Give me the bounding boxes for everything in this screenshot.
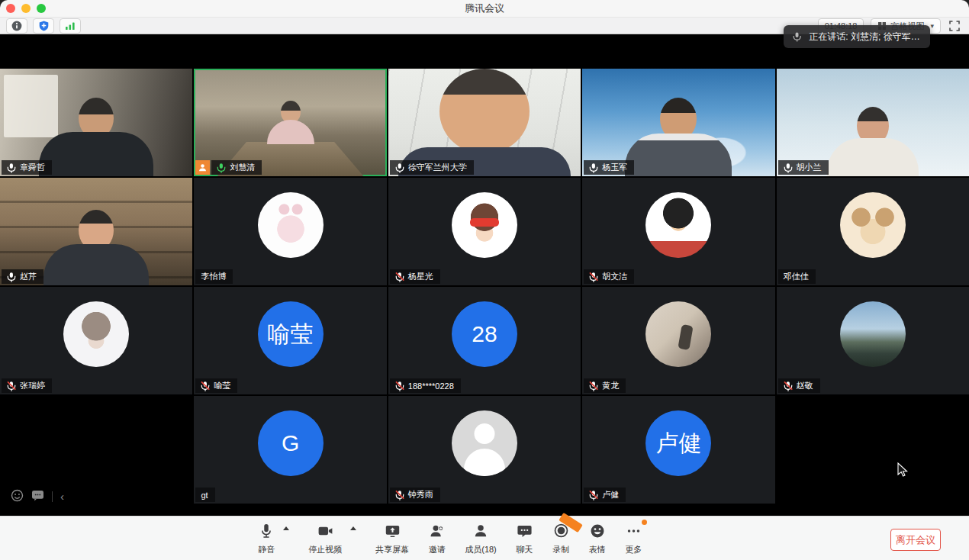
info-icon[interactable]: [6, 18, 27, 34]
participant-tile[interactable]: 黄龙: [582, 287, 774, 394]
participant-nameplate: 邓佳佳: [778, 269, 816, 284]
host-badge-icon: [195, 160, 210, 175]
participant-name: 胡文洁: [602, 271, 627, 282]
shield-icon[interactable]: [33, 18, 54, 34]
participant-nameplate: 胡文洁: [584, 269, 634, 284]
participant-initial-avatar: 喻莹: [258, 301, 324, 367]
mic-status-icon: [7, 163, 16, 173]
participant-nameplate: 钟秀雨: [390, 488, 440, 502]
participant-tile[interactable]: 28188****0228: [388, 287, 581, 394]
toolbar-mic-button[interactable]: 静音: [258, 522, 275, 555]
participant-initial-avatar: 28: [452, 301, 517, 367]
camera-icon: [317, 523, 334, 542]
participant-nameplate: 赵芹: [2, 269, 43, 284]
participant-tile[interactable]: 喻莹喻莹: [194, 287, 386, 394]
participant-name: 刘慧清: [230, 162, 255, 173]
bottom-toolbar: 静音停止视频共享屏幕邀请成员(18)聊天录制表情更多 离开会议: [0, 516, 969, 560]
toolbar-button-label: 静音: [258, 544, 275, 555]
participant-name: 188****0228: [408, 381, 454, 391]
participant-tile[interactable]: 章舜哲: [0, 69, 192, 176]
toolbar-button-label: 共享屏幕: [375, 544, 409, 555]
participant-name: gt: [201, 491, 208, 500]
mic-options-caret[interactable]: [283, 526, 289, 530]
toolbar-record-button[interactable]: 录制: [552, 522, 570, 555]
emoji-icon: [589, 523, 606, 542]
participant-tile[interactable]: 赵敬: [777, 287, 969, 394]
participant-video-silhouette: [39, 98, 153, 176]
participant-video-silhouette: [267, 101, 314, 144]
participant-tile[interactable]: 张瑞婷: [0, 287, 192, 394]
participant-tile[interactable]: 胡小兰: [777, 69, 969, 176]
signal-icon[interactable]: [60, 18, 81, 34]
participant-tile[interactable]: Ggt: [194, 396, 386, 504]
anime-girl-avatar: [63, 301, 129, 367]
participant-name: 杨星光: [408, 271, 433, 282]
bunny-cartoon-avatar: [258, 192, 324, 258]
participant-tile[interactable]: 杨玉军: [582, 69, 774, 176]
participant-tile[interactable]: 李怡博: [194, 178, 386, 285]
participant-name: 赵芹: [20, 271, 37, 282]
leave-meeting-button[interactable]: 离开会议: [890, 529, 941, 551]
toolbar-chat-button[interactable]: 聊天: [516, 522, 533, 555]
participant-name: 喻莹: [214, 380, 230, 391]
toolbar-button-label: 停止视频: [308, 544, 342, 555]
speaking-indicator-toast: 正在讲话: 刘慧清; 徐守军兰...: [784, 25, 930, 48]
participant-name: 胡小兰: [797, 162, 822, 173]
titlebar: 腾讯会议: [0, 0, 969, 18]
mic-status-icon: [395, 163, 404, 173]
participant-tile[interactable]: 邓佳佳: [777, 178, 969, 285]
toolbar-members-button[interactable]: 成员(18): [465, 522, 497, 555]
tencent-meeting-window: 腾讯会议 01:48:18 宫格视图 ▾: [0, 0, 969, 560]
participant-name: 杨玉军: [602, 162, 627, 173]
participant-video-silhouette: [43, 210, 149, 285]
toolbar-camera-button[interactable]: 停止视频: [308, 522, 342, 555]
mic-icon: [793, 31, 801, 42]
toolbar-share-screen-button[interactable]: 共享屏幕: [375, 522, 409, 555]
participant-video-silhouette: [827, 107, 919, 176]
toolbar-invite-button[interactable]: 邀请: [428, 522, 446, 555]
fullscreen-icon-button[interactable]: [948, 19, 961, 33]
participant-tile[interactable]: 钟秀雨: [388, 396, 581, 504]
participant-tile[interactable]: 杨星光: [388, 178, 581, 285]
members-icon: [472, 523, 489, 542]
invite-icon: [428, 523, 446, 542]
participant-tile[interactable]: 胡文洁: [582, 178, 774, 285]
participant-tile[interactable]: 徐守军兰州大学: [388, 69, 581, 176]
mic-status-icon: [217, 163, 226, 173]
toolbar-button-label: 表情: [589, 544, 606, 555]
mic-status-icon: [395, 381, 404, 391]
toolbar-button-label: 邀请: [429, 544, 446, 555]
more-icon: [625, 523, 642, 542]
participant-nameplate: 杨玉军: [584, 160, 634, 175]
mic-status-icon: [589, 381, 598, 391]
emoji-icon[interactable]: [11, 489, 24, 505]
share-screen-icon: [384, 523, 401, 542]
participant-tile[interactable]: 刘慧清: [194, 69, 386, 176]
lake-landscape-photo-avatar: [840, 301, 906, 367]
participant-nameplate: 章舜哲: [2, 160, 52, 175]
toolbar-emoji-button[interactable]: 表情: [589, 522, 606, 555]
mic-status-icon: [7, 381, 16, 391]
mic-status-icon: [395, 272, 404, 282]
mic-status-icon: [589, 163, 598, 173]
participant-tile[interactable]: 卢健卢健: [582, 396, 774, 504]
camera-options-caret[interactable]: [350, 526, 356, 530]
participant-name: 章舜哲: [20, 162, 45, 173]
participant-nameplate: gt: [195, 488, 214, 502]
participant-tile[interactable]: 赵芹: [0, 178, 192, 285]
toolbar-more-button[interactable]: 更多: [625, 522, 642, 555]
participant-initial-avatar: G: [258, 410, 324, 476]
mouse-cursor: [897, 462, 908, 478]
person-silhouette-avatar: [452, 410, 517, 476]
participant-name: 邓佳佳: [784, 271, 809, 282]
stairs-photo-avatar: [645, 301, 711, 367]
mic-status-icon: [395, 490, 404, 500]
participant-initial-avatar: 卢健: [645, 410, 711, 476]
mic-status-icon: [7, 272, 16, 282]
puppy-cartoon-avatar: [840, 192, 906, 258]
participant-name: 钟秀雨: [408, 489, 433, 500]
participant-name: 李怡博: [201, 271, 226, 282]
collapse-chevron-icon[interactable]: ‹: [60, 489, 64, 504]
chat-bubble-icon[interactable]: [31, 490, 44, 504]
video-grid: 章舜哲刘慧清徐守军兰州大学杨玉军胡小兰赵芹李怡博杨星光胡文洁邓佳佳张瑞婷喻莹喻莹…: [0, 69, 969, 504]
